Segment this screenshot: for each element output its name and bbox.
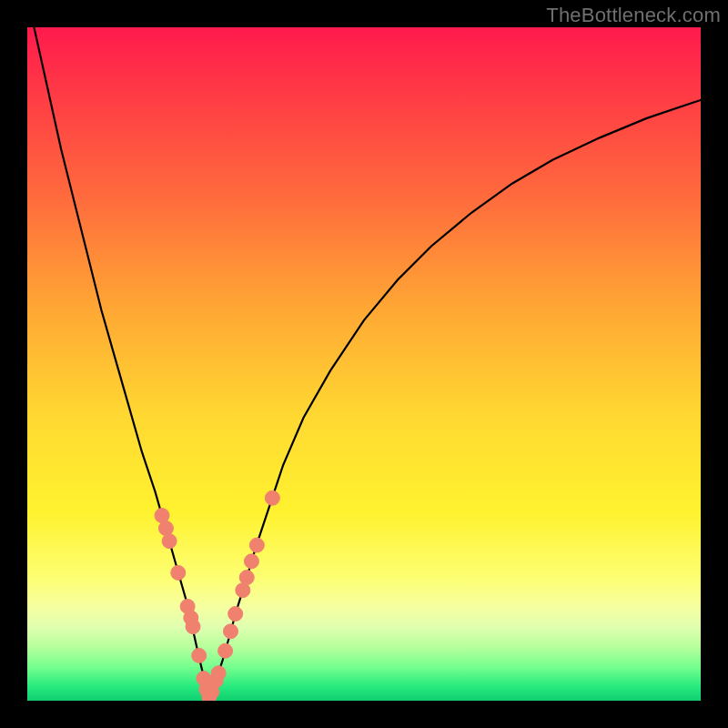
marker-dot [249,538,264,552]
marker-dot [228,607,243,622]
marker-dot [171,565,186,580]
curve-left-branch [34,27,208,697]
marker-dot [186,620,200,634]
marker-dot [211,666,226,681]
marker-dot [265,490,279,505]
markers [155,490,279,701]
marker-dot [192,648,207,662]
marker-dot [158,521,173,536]
watermark-text: TheBottleneck.com [546,4,721,27]
curve-right-branch [209,100,701,697]
marker-dot [162,534,177,549]
marker-dot [223,624,238,639]
curve-svg [27,27,701,701]
marker-dot [236,583,250,598]
marker-dot [218,643,233,658]
chart-frame: TheBottleneck.com [0,0,728,728]
marker-dot [244,554,258,569]
plot-area [27,27,701,701]
marker-dot [239,571,254,585]
marker-dot [155,509,169,523]
